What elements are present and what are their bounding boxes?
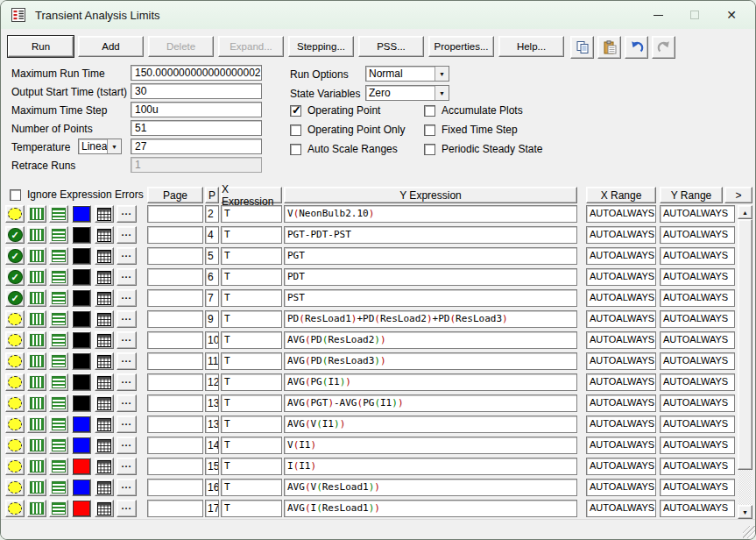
vertical-stripes-icon[interactable] [27,394,46,412]
status-pending-icon[interactable] [5,479,25,496]
x-range-field[interactable]: AUTOALWAYS [586,416,656,433]
x-range-field[interactable]: AUTOALWAYS [586,247,656,265]
page-field[interactable] [147,331,203,349]
more-options-button[interactable]: ... [117,268,137,286]
x-expression-field[interactable]: T [221,373,282,391]
toolbar-button-pss[interactable]: PSS... [358,36,424,57]
paste-icon[interactable] [597,36,621,59]
toolbar-button-stepping[interactable]: Stepping... [288,36,354,57]
more-options-button[interactable]: ... [117,205,137,223]
color-swatch[interactable] [72,247,91,265]
x-range-field[interactable]: AUTOALWAYS [586,500,656,517]
horizontal-stripes-icon[interactable] [49,479,68,496]
toolbar-button-add[interactable]: Add [78,36,144,57]
vertical-stripes-icon[interactable] [27,247,46,265]
x-expression-field[interactable]: T [221,268,282,286]
y-range-field[interactable]: AUTOALWAYS [660,352,735,370]
color-swatch[interactable] [72,289,91,307]
y-expression-field[interactable]: AVG(V(I1)) [284,416,577,433]
toolbar-button-help[interactable]: Help... [498,36,564,57]
color-swatch[interactable] [72,268,91,286]
horizontal-stripes-icon[interactable] [49,458,68,475]
x-expression-field[interactable]: T [221,352,282,370]
more-options-button[interactable]: ... [117,500,137,517]
expand-columns-button[interactable]: > [724,187,752,203]
undo-icon[interactable] [625,36,648,59]
y-range-field[interactable]: AUTOALWAYS [660,479,735,496]
page-field[interactable] [147,310,203,328]
chevron-down-icon[interactable]: ▼ [107,139,121,153]
vertical-stripes-icon[interactable] [27,479,46,496]
x-expression-field[interactable]: T [221,226,282,244]
y-range-field[interactable]: AUTOALWAYS [660,373,735,391]
more-options-button[interactable]: ... [117,352,137,370]
color-swatch[interactable] [72,437,91,454]
x-range-field[interactable]: AUTOALWAYS [586,373,656,391]
x-range-field[interactable]: AUTOALWAYS [586,268,656,286]
x-range-field[interactable]: AUTOALWAYS [586,289,656,307]
p-field[interactable]: 15 [205,458,219,475]
maximize-button[interactable] [676,1,713,29]
scrollbar-thumb[interactable] [738,219,752,470]
more-options-button[interactable]: ... [117,394,137,412]
page-field[interactable] [147,247,203,265]
color-swatch[interactable] [72,205,91,223]
vertical-stripes-icon[interactable] [27,289,46,307]
x-range-field[interactable]: AUTOALWAYS [586,352,656,370]
p-field[interactable]: 7 [205,289,219,307]
page-field[interactable] [147,373,203,391]
y-range-field[interactable]: AUTOALWAYS [660,331,735,349]
y-expression-field[interactable]: PST [284,289,577,307]
close-button[interactable]: ✕ [713,1,750,29]
y-range-field[interactable]: AUTOALWAYS [660,268,735,286]
x-expression-field[interactable]: T [221,310,282,328]
status-pending-icon[interactable] [5,331,25,349]
grid-icon[interactable] [95,373,114,391]
x-range-field[interactable]: AUTOALWAYS [586,458,656,475]
grid-icon[interactable] [95,331,114,349]
x-expression-field[interactable]: T [221,331,282,349]
y-range-field[interactable]: AUTOALWAYS [660,500,735,517]
more-options-button[interactable]: ... [117,416,137,433]
x-range-field[interactable]: AUTOALWAYS [586,479,656,496]
x-expression-field[interactable]: T [221,289,282,307]
x-expression-field[interactable]: T [221,394,282,412]
y-expression-field[interactable]: AVG(PD(ResLoad3)) [284,352,577,370]
periodic-steady-state-checkbox[interactable] [424,144,435,155]
status-pending-icon[interactable] [5,394,25,412]
y-range-field[interactable]: AUTOALWAYS [660,310,735,328]
vertical-stripes-icon[interactable] [27,310,46,328]
temperature-input[interactable]: 27 [131,139,262,154]
x-range-field[interactable]: AUTOALWAYS [586,331,656,349]
scrollbar-track[interactable] [738,470,752,505]
chevron-down-icon[interactable]: ▼ [435,86,449,100]
y-expression-field[interactable]: PGT [284,247,577,265]
vertical-scrollbar[interactable]: ▲ ▼ [738,205,752,519]
horizontal-stripes-icon[interactable] [49,289,68,307]
horizontal-stripes-icon[interactable] [49,394,68,412]
y-range-field[interactable]: AUTOALWAYS [660,416,735,433]
more-options-button[interactable]: ... [117,331,137,349]
y-range-field[interactable]: AUTOALWAYS [660,437,735,454]
grid-icon[interactable] [95,205,114,223]
y-expression-field[interactable]: PD(ResLoad1)+PD(ResLoad2)+PD(ResLoad3) [284,310,577,328]
x-expression-field[interactable]: T [221,479,282,496]
more-options-button[interactable]: ... [117,479,137,496]
p-field[interactable]: 9 [205,310,219,328]
horizontal-stripes-icon[interactable] [49,310,68,328]
x-range-field[interactable]: AUTOALWAYS [586,437,656,454]
more-options-button[interactable]: ... [117,226,137,244]
page-field[interactable] [147,205,203,223]
p-field[interactable]: 5 [205,247,219,265]
status-pending-icon[interactable] [5,205,25,223]
resize-grip-icon[interactable] [743,526,755,538]
operating-point-checkbox[interactable] [290,105,301,117]
more-options-button[interactable]: ... [117,437,137,454]
horizontal-stripes-icon[interactable] [49,416,68,433]
y-range-field[interactable]: AUTOALWAYS [660,226,735,244]
ignore-expression-errors-checkbox[interactable] [10,189,21,201]
more-options-button[interactable]: ... [117,247,137,265]
color-swatch[interactable] [72,226,91,244]
horizontal-stripes-icon[interactable] [49,226,68,244]
status-pending-icon[interactable] [5,437,25,454]
